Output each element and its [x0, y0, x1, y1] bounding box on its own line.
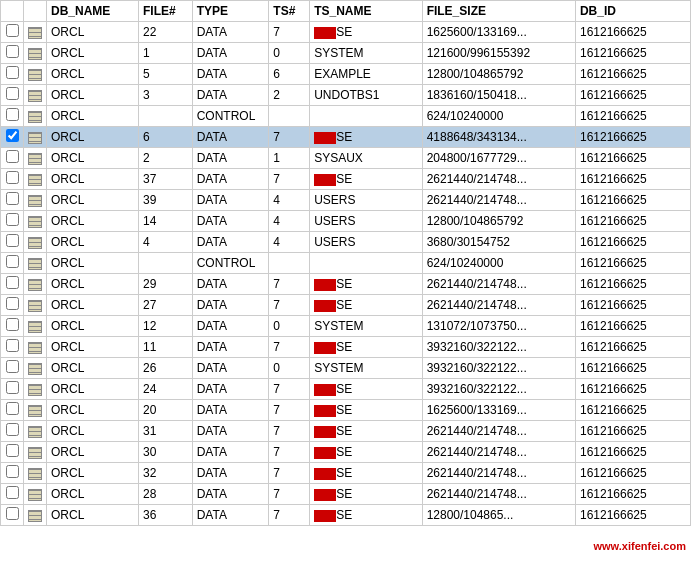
table-row[interactable]: ORCL1DATA0SYSTEM121600/99615539216121666… — [1, 43, 691, 64]
row-tsnum: 0 — [269, 316, 310, 337]
row-checkbox[interactable] — [1, 337, 24, 358]
row-checkbox[interactable] — [1, 442, 24, 463]
row-dbname: ORCL — [47, 400, 139, 421]
row-checkbox[interactable] — [1, 127, 24, 148]
row-checkbox[interactable] — [1, 379, 24, 400]
row-dbid: 1612166625 — [575, 169, 690, 190]
table-row[interactable]: ORCL12DATA0SYSTEM131072/1073750...161216… — [1, 316, 691, 337]
row-dbname: ORCL — [47, 379, 139, 400]
row-filesize: 12800/104865... — [422, 505, 575, 526]
table-row[interactable]: ORCL26DATA0SYSTEM3932160/322122...161216… — [1, 358, 691, 379]
table-row[interactable]: ORCL4DATA4USERS3680/301547521612166625 — [1, 232, 691, 253]
red-block-icon — [314, 279, 336, 291]
row-tsname: SE — [310, 379, 422, 400]
table-row[interactable]: ORCL2DATA1SYSAUX204800/1677729...1612166… — [1, 148, 691, 169]
row-tsname: SE — [310, 22, 422, 43]
row-tsname: USERS — [310, 190, 422, 211]
table-row[interactable]: ORCL29DATA7SE2621440/214748...1612166625 — [1, 274, 691, 295]
row-dbname: ORCL — [47, 484, 139, 505]
table-header: DB_NAME FILE# TYPE TS# TS_NAME FILE_SIZE… — [1, 1, 691, 22]
table-row[interactable]: ORCL30DATA7SE2621440/214748...1612166625 — [1, 442, 691, 463]
table-row[interactable]: ORCLCONTROL624/102400001612166625 — [1, 253, 691, 274]
row-dbid: 1612166625 — [575, 505, 690, 526]
row-filesize: 1625600/133169... — [422, 400, 575, 421]
row-type: DATA — [192, 169, 269, 190]
table-row[interactable]: ORCL20DATA7SE1625600/133169...1612166625 — [1, 400, 691, 421]
table-row[interactable]: ORCL5DATA6EXAMPLE12800/10486579216121666… — [1, 64, 691, 85]
row-checkbox[interactable] — [1, 253, 24, 274]
row-filenum — [139, 106, 193, 127]
row-checkbox[interactable] — [1, 400, 24, 421]
row-checkbox[interactable] — [1, 421, 24, 442]
row-checkbox[interactable] — [1, 43, 24, 64]
table-row[interactable]: ORCL11DATA7SE3932160/322122...1612166625 — [1, 337, 691, 358]
row-tsnum: 7 — [269, 505, 310, 526]
row-checkbox[interactable] — [1, 169, 24, 190]
row-checkbox[interactable] — [1, 295, 24, 316]
row-filesize: 2621440/214748... — [422, 442, 575, 463]
row-filesize: 3932160/322122... — [422, 337, 575, 358]
table-row[interactable]: ORCL22DATA7SE1625600/133169...1612166625 — [1, 22, 691, 43]
row-checkbox[interactable] — [1, 232, 24, 253]
row-filesize: 2621440/214748... — [422, 421, 575, 442]
row-filesize: 204800/1677729... — [422, 148, 575, 169]
row-filesize: 12800/104865792 — [422, 211, 575, 232]
row-checkbox[interactable] — [1, 316, 24, 337]
row-dbid: 1612166625 — [575, 253, 690, 274]
row-dbid: 1612166625 — [575, 211, 690, 232]
table-row[interactable]: ORCL36DATA7SE12800/104865...1612166625 — [1, 505, 691, 526]
table-row[interactable]: ORCL27DATA7SE2621440/214748...1612166625 — [1, 295, 691, 316]
row-dbid: 1612166625 — [575, 421, 690, 442]
row-checkbox[interactable] — [1, 484, 24, 505]
row-type: DATA — [192, 127, 269, 148]
row-dbname: ORCL — [47, 190, 139, 211]
row-tsname: USERS — [310, 211, 422, 232]
table-row[interactable]: ORCLCONTROL624/102400001612166625 — [1, 106, 691, 127]
row-tsnum: 7 — [269, 379, 310, 400]
row-db-icon — [24, 316, 47, 337]
row-tsnum: 0 — [269, 358, 310, 379]
row-tsnum: 7 — [269, 421, 310, 442]
row-db-icon — [24, 211, 47, 232]
row-checkbox[interactable] — [1, 211, 24, 232]
table-row[interactable]: ORCL39DATA4USERS2621440/214748...1612166… — [1, 190, 691, 211]
row-db-icon — [24, 169, 47, 190]
table-row[interactable]: ORCL6DATA7SE4188648/343134...1612166625 — [1, 127, 691, 148]
table-row[interactable]: ORCL24DATA7SE3932160/322122...1612166625 — [1, 379, 691, 400]
row-tsname: SE — [310, 505, 422, 526]
row-filenum: 29 — [139, 274, 193, 295]
row-checkbox[interactable] — [1, 64, 24, 85]
table-row[interactable]: ORCL14DATA4USERS12800/104865792161216662… — [1, 211, 691, 232]
row-tsnum: 7 — [269, 127, 310, 148]
row-type: DATA — [192, 43, 269, 64]
row-db-icon — [24, 484, 47, 505]
row-checkbox[interactable] — [1, 463, 24, 484]
row-checkbox[interactable] — [1, 106, 24, 127]
red-block-icon — [314, 132, 336, 144]
row-checkbox[interactable] — [1, 190, 24, 211]
row-db-icon — [24, 106, 47, 127]
row-checkbox[interactable] — [1, 358, 24, 379]
row-checkbox[interactable] — [1, 148, 24, 169]
table-row[interactable]: ORCL28DATA7SE2621440/214748...1612166625 — [1, 484, 691, 505]
table-row[interactable]: ORCL32DATA7SE2621440/214748...1612166625 — [1, 463, 691, 484]
row-filesize: 2621440/214748... — [422, 274, 575, 295]
row-checkbox[interactable] — [1, 274, 24, 295]
table-row[interactable]: ORCL31DATA7SE2621440/214748...1612166625 — [1, 421, 691, 442]
row-checkbox[interactable] — [1, 22, 24, 43]
row-tsnum — [269, 106, 310, 127]
row-checkbox[interactable] — [1, 85, 24, 106]
row-filesize: 131072/1073750... — [422, 316, 575, 337]
row-db-icon — [24, 85, 47, 106]
header-dbname: DB_NAME — [47, 1, 139, 22]
row-tsname: SYSTEM — [310, 358, 422, 379]
row-filenum: 6 — [139, 127, 193, 148]
row-checkbox[interactable] — [1, 505, 24, 526]
red-block-icon — [314, 510, 336, 522]
row-type: DATA — [192, 442, 269, 463]
row-filesize: 624/10240000 — [422, 106, 575, 127]
header-type: TYPE — [192, 1, 269, 22]
table-row[interactable]: ORCL3DATA2UNDOTBS11836160/150418...16121… — [1, 85, 691, 106]
row-tsnum: 4 — [269, 190, 310, 211]
table-row[interactable]: ORCL37DATA7SE2621440/214748...1612166625 — [1, 169, 691, 190]
